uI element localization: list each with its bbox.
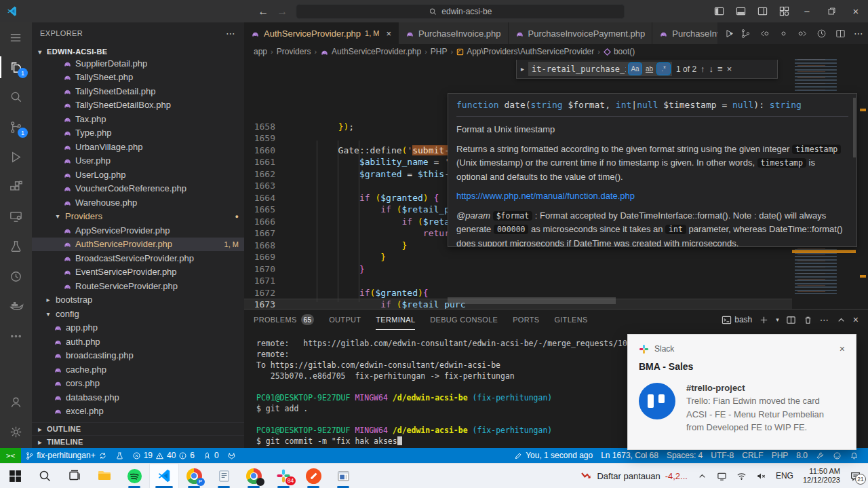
notification-center-button[interactable]: 21 [850,470,861,482]
menu-icon[interactable] [0,22,32,52]
panel-tab-ports[interactable]: PORTS [513,309,539,330]
nav-back-icon[interactable]: ← [258,5,269,18]
new-terminal-icon[interactable] [759,315,769,325]
breadcrumb-item[interactable]: app [254,47,267,56]
split-terminal-icon[interactable] [786,315,796,325]
settings-gear-icon[interactable] [0,417,32,447]
explorer-more-actions-icon[interactable]: ⋯ [226,28,236,39]
slack-notification-toast[interactable]: Slack × BMA - Sales #trello-project Trel… [627,334,856,450]
remote-indicator[interactable]: >< [0,448,21,463]
indentation-indicator[interactable]: Spaces: 4 [663,448,707,463]
outline-section[interactable]: ▸ OUTLINE [32,422,244,435]
find-in-selection-icon[interactable]: ≡ [717,64,723,74]
tree-item[interactable]: ▸bootstrap [32,293,244,307]
php-manual-link[interactable]: https://www.php.net/manual/function.date… [456,191,635,201]
testing-icon[interactable] [0,231,32,261]
cursor-position[interactable]: Ln 1673, Col 68 [597,448,663,463]
tree-item[interactable]: app.php [32,321,244,335]
horizontal-scrollbar[interactable] [448,297,616,304]
editor-tab[interactable]: PurchaseInvoic [652,22,717,44]
tree-item[interactable]: VoucherCodeReference.php [32,182,244,196]
match-case-toggle[interactable]: Aa [629,63,642,75]
panel-tab-output[interactable]: OUTPUT [329,309,361,330]
source-control-icon[interactable]: 1 [0,112,32,142]
notifications-bell-icon[interactable] [846,448,863,463]
tree-item[interactable]: RouteServiceProvider.php [32,279,244,293]
close-find-icon[interactable]: × [727,64,732,74]
wifi-icon[interactable] [736,471,747,481]
breadcrumb-item[interactable]: AuthServiceProvider.php [320,47,421,56]
vm-window-button[interactable] [328,464,358,488]
breadcrumb-item[interactable]: boot() [604,47,635,56]
panel-more-icon[interactable]: ⋯ [820,315,829,325]
panel-tab-debug-console[interactable]: DEBUG CONSOLE [430,309,498,330]
tree-item[interactable]: ▾config [32,307,244,321]
breadcrumb-item[interactable]: App\Providers\AuthServiceProvider [456,47,594,56]
php-version-indicator[interactable]: 8.0 [792,448,812,463]
tree-item[interactable]: AppServiceProvider.php [32,223,244,238]
next-change-icon[interactable] [797,28,808,39]
tree-item[interactable]: EventServiceProvider.php [32,265,244,280]
wrench-icon[interactable] [812,448,829,463]
terminal-dropdown-icon[interactable]: ▾ [776,316,779,323]
close-panel-icon[interactable]: × [853,314,859,325]
tree-item[interactable]: cache.php [32,362,244,377]
history-icon[interactable] [816,28,827,39]
tree-item[interactable]: TallySheet.php [32,71,244,85]
tree-item[interactable]: broadcasting.php [32,349,244,363]
docker-icon[interactable] [0,291,32,321]
extensions-icon[interactable] [0,172,32,202]
language-indicator[interactable]: ENG [776,471,793,481]
toggle-replace-icon[interactable]: ▸ [521,65,524,73]
previous-change-icon[interactable] [759,28,770,39]
breadcrumb-item[interactable]: PHP [431,47,448,56]
chrome-profile1-button[interactable]: P [179,464,209,488]
gitlens-compare-icon[interactable] [111,448,128,463]
editor-tab[interactable]: PurchaseInvoicePayment.php [509,22,653,44]
explorer-icon[interactable]: 1 [0,52,32,82]
tree-item[interactable]: cors.php [32,377,244,391]
hidden-icons-chevron[interactable] [697,471,707,481]
tree-item[interactable]: AuthServiceProvider.php1, M [32,238,244,252]
git-graph-icon[interactable] [740,28,751,39]
hover-scrollbar[interactable] [853,98,856,157]
blame-indicator[interactable]: You, 1 second ago [510,448,597,463]
problems-indicator[interactable]: 19 40 6 [128,448,199,463]
tree-item[interactable]: BroadcastServiceProvider.php [32,251,244,265]
feedback-smiley-icon[interactable] [829,448,846,463]
tree-item[interactable]: database.php [32,390,244,405]
gitlab-icon[interactable] [223,448,240,463]
cast-icon[interactable] [717,471,727,481]
previous-match-icon[interactable]: ↑ [701,64,705,74]
find-input[interactable] [529,64,629,74]
toggle-sidebar-icon[interactable] [708,0,730,22]
file-explorer-button[interactable] [90,464,119,488]
remote-explorer-icon[interactable] [0,202,32,231]
eol-indicator[interactable]: CRLF [738,448,767,463]
window-restore-button[interactable] [819,0,844,22]
toggle-panel-icon[interactable] [730,0,751,22]
tree-item[interactable]: User.php [32,154,244,168]
volume-muted-icon[interactable] [756,471,766,481]
branch-indicator[interactable]: fix-perhitungan+ [21,448,111,463]
split-editor-icon[interactable] [835,28,846,39]
extension-counter[interactable]: 0 [199,448,223,463]
more-views-icon[interactable] [0,321,32,351]
panel-tab-problems[interactable]: PROBLEMS65 [254,309,314,330]
customize-layout-icon[interactable] [773,0,795,22]
taskbar-search-button[interactable] [30,464,60,488]
tree-item[interactable]: UserLog.php [32,168,244,182]
watchlist-widget[interactable]: Daftar pantauan -4,2... [581,471,687,481]
tree-item[interactable]: Tax.php [32,112,244,126]
panel-tab-terminal[interactable]: TERMINAL [376,309,415,330]
slack-taskbar-button[interactable]: 84 [269,464,298,488]
nav-forward-icon[interactable]: → [277,5,288,18]
tree-item[interactable]: TallySheetDetail.php [32,84,244,98]
run-button[interactable]: ▾ [724,28,732,39]
vscode-taskbar-button[interactable] [149,464,179,488]
breadcrumb-item[interactable]: Providers [277,47,311,56]
tree-item[interactable]: SupplierDetail.php [32,56,244,71]
overview-ruler[interactable] [856,59,868,309]
regex-toggle[interactable]: .* [657,63,670,75]
search-view-icon[interactable] [0,82,32,112]
